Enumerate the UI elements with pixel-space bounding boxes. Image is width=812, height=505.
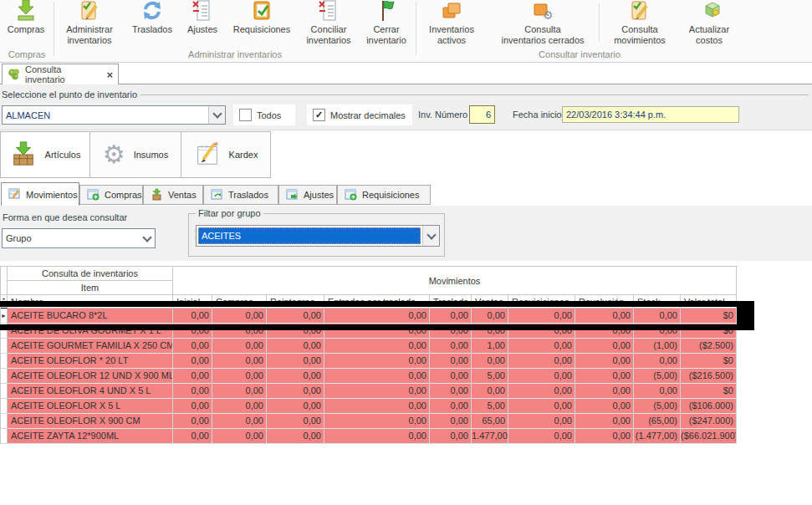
table-cell[interactable]: 0,00 [430, 339, 472, 354]
cell-nombre[interactable]: ACEITE OLEOFLOR X 900 CM [8, 414, 173, 429]
column-header-ventas[interactable]: Ventas [472, 295, 508, 309]
table-cell[interactable]: 0,00 [324, 414, 430, 429]
table-cell[interactable]: $0 [681, 324, 737, 339]
table-cell[interactable]: 0,00 [324, 369, 430, 384]
todos-checkbox[interactable]: Todos [233, 105, 295, 125]
table-cell[interactable]: 0,00 [324, 324, 430, 339]
table-cell[interactable]: 65,00 [472, 414, 508, 429]
table-cell[interactable]: 0,00 [212, 429, 267, 444]
table-cell[interactable]: 5,00 [472, 399, 508, 414]
table-cell[interactable]: 0,00 [575, 414, 634, 429]
table-cell[interactable]: 0,00 [267, 414, 324, 429]
table-cell[interactable]: 0,00 [508, 414, 575, 429]
ribbon-button-consulta-movimientos[interactable]: Consulta movimientos [600, 0, 680, 46]
checkbox-unchecked-icon[interactable] [239, 109, 252, 121]
table-cell[interactable]: 0,00 [212, 414, 267, 429]
column-header-requisiciones[interactable]: Requisiciones [508, 295, 575, 309]
table-cell[interactable]: 0,00 [508, 369, 575, 384]
checkbox-checked-icon[interactable]: ✓ [313, 109, 325, 121]
table-cell[interactable]: 0,00 [472, 354, 508, 369]
ribbon-button-inventarios-activos[interactable]: Inventarios activos [416, 0, 487, 46]
cell-nombre[interactable]: ACEITE BUCARO 8*2L [8, 309, 173, 324]
table-cell[interactable]: 0,00 [575, 384, 634, 399]
table-cell[interactable]: (5,00) [634, 399, 681, 414]
ribbon-button-cerrar-inventario[interactable]: Cerrar inventario [359, 0, 414, 46]
table-cell[interactable]: 0,00 [267, 339, 324, 354]
table-cell[interactable]: ($106.000) [681, 399, 737, 414]
cell-nombre[interactable]: ACEITE DE OLIVA GOURMET X 1 L [8, 324, 173, 339]
table-cell[interactable]: 0,00 [472, 309, 508, 324]
table-cell[interactable]: 0,00 [212, 339, 267, 354]
table-cell[interactable]: 0,00 [267, 429, 324, 444]
subtab-compras[interactable]: Compras [79, 185, 143, 205]
column-header-inicial[interactable]: Inicial [173, 295, 212, 309]
warehouse-combobox[interactable]: ALMACEN [2, 105, 226, 125]
start-date-field[interactable]: 22/03/2016 3:34:44 p.m. [562, 106, 739, 123]
table-cell[interactable]: 0,00 [472, 384, 508, 399]
table-cell[interactable]: 0,00 [267, 369, 324, 384]
table-cell[interactable]: (1,00) [634, 339, 681, 354]
table-cell[interactable]: 0,00 [324, 309, 430, 324]
column-header-compras[interactable]: Compras [212, 295, 267, 309]
table-cell[interactable]: 0,00 [212, 384, 267, 399]
table-cell[interactable]: 0,00 [430, 354, 472, 369]
dropdown-button[interactable] [139, 229, 155, 247]
row-indicator[interactable] [1, 354, 8, 369]
table-cell[interactable]: 0,00 [173, 384, 212, 399]
table-cell[interactable]: 0,00 [575, 429, 634, 444]
table-cell[interactable]: 1.477,00 [472, 429, 508, 444]
table-cell[interactable]: 0,00 [508, 429, 575, 444]
table-cell[interactable]: 0,00 [324, 429, 430, 444]
column-header-reintegros[interactable]: Reintegros [267, 295, 324, 309]
table-cell[interactable]: 0,00 [267, 354, 324, 369]
table-cell[interactable]: 0,00 [173, 429, 212, 444]
group-filter-combobox[interactable]: ACEITES [196, 225, 440, 247]
table-cell[interactable]: 0,00 [430, 384, 472, 399]
table-cell[interactable]: 5,00 [472, 369, 508, 384]
table-cell[interactable]: $0 [681, 309, 737, 324]
table-cell[interactable]: 0,00 [267, 324, 324, 339]
table-cell[interactable]: 0,00 [430, 369, 472, 384]
table-cell[interactable]: 0,00 [472, 324, 508, 339]
table-cell[interactable]: 0,00 [324, 339, 430, 354]
table-cell[interactable]: 0,00 [212, 309, 267, 324]
table-cell[interactable]: ($66.021.900) [681, 429, 737, 444]
table-cell[interactable]: 0,00 [575, 399, 634, 414]
table-cell[interactable]: 0,00 [173, 354, 212, 369]
kardex-button[interactable]: Kardex [181, 131, 271, 178]
row-indicator[interactable] [1, 369, 8, 384]
column-header-stock[interactable]: Stock [634, 295, 681, 309]
current-row-indicator[interactable]: ► [1, 309, 8, 324]
table-cell[interactable]: 0,00 [324, 399, 430, 414]
table-cell[interactable]: 0,00 [212, 324, 267, 339]
cell-nombre[interactable]: ACEITE OLEOFLOR 12 UND X 900 ML [8, 369, 173, 384]
table-cell[interactable]: 0,00 [430, 414, 472, 429]
table-cell[interactable]: 0,00 [267, 399, 324, 414]
table-cell[interactable]: 0,00 [634, 324, 681, 339]
table-cell[interactable]: (65,00) [634, 414, 681, 429]
table-cell[interactable]: 0,00 [173, 309, 212, 324]
ribbon-button-actualizar-costos[interactable]: Actualizar costos [680, 0, 738, 46]
dropdown-button[interactable] [208, 106, 225, 124]
table-cell[interactable]: 0,00 [212, 369, 267, 384]
table-cell[interactable]: $0 [681, 354, 737, 369]
table-cell[interactable]: 0,00 [430, 429, 472, 444]
table-cell[interactable]: 0,00 [575, 369, 634, 384]
table-cell[interactable]: 0,00 [634, 384, 681, 399]
row-indicator[interactable] [1, 429, 8, 444]
subtab-movimientos[interactable]: Movimientos [1, 182, 79, 206]
table-cell[interactable]: 0,00 [508, 384, 575, 399]
cell-nombre[interactable]: ACEITE OLEOFLOR X 5 L [8, 399, 173, 414]
articulos-button[interactable]: Artículos [0, 131, 90, 178]
insumos-button[interactable]: ⚙ Insumos [89, 131, 181, 178]
table-cell[interactable]: 0,00 [173, 369, 212, 384]
tab-consulta-inventario[interactable]: Consulta inventario × [2, 64, 119, 84]
table-cell[interactable]: 0,00 [212, 354, 267, 369]
column-header-nombre[interactable]: Nombre [8, 295, 173, 309]
ribbon-button-compras[interactable]: Compras [0, 0, 52, 35]
table-cell[interactable]: 0,00 [430, 399, 472, 414]
ribbon-button-conciliar-inventarios[interactable]: Conciliar inventarios [299, 0, 359, 46]
cell-nombre[interactable]: ACEITE GOURMET FAMILIA X 250 CM [8, 339, 173, 354]
table-cell[interactable]: 0,00 [173, 414, 212, 429]
subtab-ventas[interactable]: Ventas [143, 185, 203, 205]
